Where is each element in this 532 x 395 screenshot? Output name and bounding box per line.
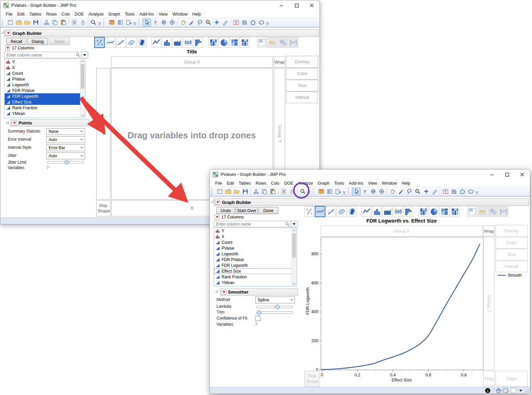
menu-tools[interactable]: Tools: [122, 11, 137, 17]
column-item-x[interactable]: X: [5, 65, 85, 70]
column-item-effect-size[interactable]: Effect Size: [5, 99, 85, 105]
column-item-ymean[interactable]: YMean: [5, 111, 85, 116]
open-file-button[interactable]: [232, 188, 241, 195]
column-item-pvalue[interactable]: PValue: [214, 245, 297, 251]
titlebar[interactable]: PValues - Graph Builder - JMP Pro: [0, 0, 320, 10]
toolbar-overflow-icon[interactable]: [475, 188, 479, 195]
column-item-ymean[interactable]: YMean: [214, 280, 297, 285]
column-item-fdr-pvalue[interactable]: FDR PValue: [214, 257, 297, 262]
graph-type-smoother[interactable]: [105, 37, 115, 48]
drop-zone-y[interactable]: Y: [96, 68, 110, 200]
search-dropdown-button[interactable]: [291, 221, 298, 227]
outline-collapse-icon[interactable]: [211, 200, 214, 203]
column-item-fdr-logworth[interactable]: FDR Logworth: [214, 262, 297, 268]
search-input[interactable]: Enter column name: [214, 221, 291, 227]
drop-zone-overlay[interactable]: Overlay: [496, 225, 528, 237]
graph-type-line[interactable]: [151, 37, 161, 48]
toolbar-group-handle[interactable]: [2, 19, 5, 25]
slider-thumb[interactable]: [256, 310, 262, 315]
open-file-button[interactable]: [23, 19, 31, 26]
graph-type-formula[interactable]: f(x): [478, 206, 487, 217]
graph-type-contour[interactable]: [347, 206, 357, 217]
slider-thumb[interactable]: [275, 304, 280, 309]
arrow-cursor-button[interactable]: [352, 188, 360, 195]
outline-collapse-icon[interactable]: [215, 290, 218, 293]
target-button[interactable]: [377, 188, 386, 195]
close-button[interactable]: [304, 0, 320, 10]
drop-zone-color[interactable]: Color: [496, 237, 528, 249]
drop-zone-size[interactable]: Size: [286, 80, 318, 91]
menu-view[interactable]: View: [366, 180, 380, 186]
legend-smooth[interactable]: Smooth: [498, 273, 522, 278]
column-item-logworth[interactable]: Logworth: [5, 82, 85, 88]
graph-type-box-plot[interactable]: [183, 37, 193, 48]
toolbar-overflow-icon[interactable]: [98, 19, 102, 26]
menu-window[interactable]: Window: [380, 180, 399, 186]
graph-type-bar[interactable]: [372, 206, 382, 217]
jitter-select[interactable]: Auto: [46, 153, 85, 159]
red-triangle-menu-icon[interactable]: [5, 46, 10, 50]
graph-type-pie[interactable]: [219, 37, 229, 48]
eraser-button[interactable]: [430, 188, 439, 195]
text-annotation-button[interactable]: T: [441, 188, 450, 195]
menu-doe[interactable]: DOE: [282, 180, 296, 186]
target-button[interactable]: [168, 19, 176, 26]
menu-graph[interactable]: Graph: [315, 180, 332, 186]
column-item-pvalue[interactable]: PValue: [5, 76, 85, 82]
data-table-button[interactable]: [107, 19, 116, 26]
menu-addins[interactable]: Add-Ins: [347, 180, 366, 186]
toolbar-overflow-icon[interactable]: [342, 188, 346, 195]
menu-doe[interactable]: DOE: [72, 11, 86, 17]
column-item-x[interactable]: X: [214, 234, 297, 239]
plus-button[interactable]: [212, 19, 221, 26]
graph-type-points[interactable]: [94, 37, 105, 48]
dialog-button[interactable]: Dialog: [27, 38, 48, 45]
line-annotation-button[interactable]: [450, 188, 458, 195]
variables-disclosure-icon[interactable]: [256, 322, 258, 325]
variables-disclosure-icon[interactable]: [47, 165, 50, 169]
menu-tables[interactable]: Tables: [27, 11, 44, 17]
arrow-cursor-button[interactable]: [143, 19, 151, 26]
trim-slider[interactable]: [256, 310, 293, 315]
new-column-button[interactable]: [334, 188, 342, 195]
graph-type-caption-box[interactable]: [257, 37, 267, 48]
magnifier-plus-button[interactable]: [413, 188, 422, 195]
drop-zone-freq[interactable]: Freq: [483, 371, 495, 387]
lasso-button[interactable]: [196, 19, 204, 26]
menu-edit[interactable]: Edit: [224, 180, 236, 186]
column-item-count[interactable]: Count: [214, 239, 297, 245]
graph-type-mosaic[interactable]: [450, 206, 460, 217]
import-data-button[interactable]: [224, 188, 232, 195]
graph-type-map-shapes[interactable]: [488, 206, 498, 217]
drop-zone-interval[interactable]: Interval: [496, 261, 528, 272]
graph-type-parallel[interactable]: [499, 206, 508, 217]
column-list-scrollbar[interactable]: [80, 59, 85, 118]
home-icon[interactable]: [495, 388, 502, 394]
close-button[interactable]: [515, 169, 530, 180]
menu-help[interactable]: Help: [399, 180, 413, 186]
column-item-logworth[interactable]: Logworth: [214, 251, 297, 257]
text-annotation-button[interactable]: T: [232, 19, 240, 26]
graph-type-parallel[interactable]: [288, 37, 298, 48]
titlebar[interactable]: PValues - Graph Builder - JMP Pro: [210, 169, 530, 180]
menu-cols[interactable]: Cols: [269, 180, 282, 186]
menu-tables[interactable]: Tables: [236, 180, 253, 186]
menu-view[interactable]: View: [156, 11, 170, 17]
smoother-panel-header[interactable]: Smoother: [220, 288, 298, 296]
outline-collapse-icon[interactable]: [1, 31, 4, 34]
graph-type-map-shapes[interactable]: [278, 37, 288, 48]
table-edit-icon[interactable]: [502, 388, 510, 394]
grabber-button[interactable]: [179, 19, 187, 26]
search-button[interactable]: [89, 19, 98, 26]
new-column-button[interactable]: [124, 19, 133, 26]
menu-file[interactable]: File: [213, 180, 224, 186]
info-icon[interactable]: i: [484, 388, 492, 394]
done-button[interactable]: Done: [49, 38, 70, 45]
columns-header[interactable]: 17 Columns: [5, 46, 34, 50]
summary-statistic-select[interactable]: None: [46, 128, 85, 135]
import-data-button[interactable]: [15, 19, 23, 26]
cut-button[interactable]: [42, 19, 51, 26]
graph-type-smoother[interactable]: [315, 206, 325, 217]
data-table-button[interactable]: [317, 188, 325, 195]
toolbar-overflow-icon[interactable]: [265, 19, 270, 26]
